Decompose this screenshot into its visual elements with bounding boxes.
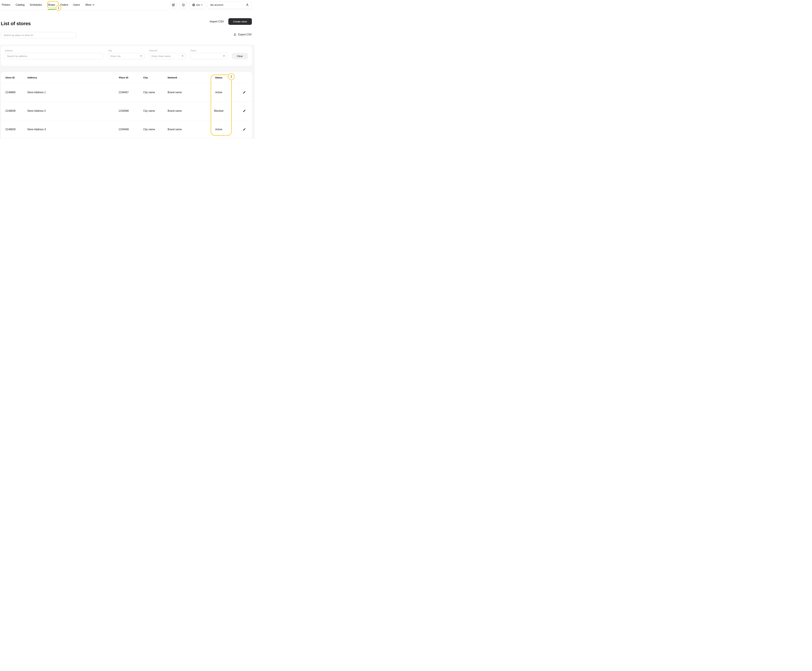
my-account-button[interactable]: My account — [208, 1, 252, 9]
col-header-network: Network — [167, 76, 201, 79]
table-row: 2146860 Store Address 1 1234567 City nam… — [1, 83, 252, 102]
chevron-down-icon — [92, 4, 94, 5]
network-cell: Brand name — [167, 109, 201, 112]
my-account-label: My account — [210, 3, 223, 6]
network-filter-select[interactable]: Enter chain name — [149, 53, 186, 59]
network-cell: Brand name — [167, 128, 201, 131]
address-cell: Store Address 2 — [26, 109, 105, 112]
table-row: 2146839 Store Address 2 1234568 City nam… — [1, 102, 252, 120]
clear-filters-button[interactable]: Clear — [232, 53, 248, 59]
city-filter-label: City — [108, 49, 112, 52]
nav-item-shops[interactable]: Shops — [48, 3, 55, 6]
compose-icon — [172, 3, 175, 7]
store-id-cell: 2146860 — [1, 91, 26, 94]
stores-table: Store ID Address Place ID City Network S… — [1, 72, 252, 139]
stores-admin-page: Pickers Catalog Schedules Shops Orders U… — [0, 0, 255, 139]
network-cell: Brand name — [167, 91, 201, 94]
import-csv-button[interactable]: Import CSV — [209, 20, 224, 23]
export-csv-button[interactable]: Export CSV — [233, 33, 252, 36]
pencil-icon — [243, 109, 246, 112]
status-cell: Active — [201, 128, 237, 131]
network-filter-placeholder: Enter chain name — [152, 55, 171, 58]
place-id-cell: 1234567 — [105, 91, 143, 94]
table-row: 2146829 Store Address 3 1234569 City nam… — [1, 120, 252, 139]
info-icon — [182, 3, 185, 7]
city-cell: City name — [143, 109, 167, 112]
export-csv-label: Export CSV — [238, 33, 252, 36]
address-cell: Store Address 3 — [26, 128, 105, 131]
export-icon — [233, 33, 237, 36]
status-cell: Blocked — [201, 109, 237, 112]
search-input[interactable] — [1, 32, 76, 38]
nav-item-orders[interactable]: Orders — [60, 3, 68, 6]
edit-store-button[interactable] — [242, 108, 247, 113]
status-filter-label: Status — [190, 49, 196, 52]
filters-panel: Address City Network Status Enter city E… — [1, 46, 252, 66]
content-area: Address City Network Status Enter city E… — [0, 45, 255, 139]
dropdown-caret-icon — [140, 56, 142, 57]
network-filter-label: Network — [149, 49, 157, 52]
col-header-status: Status — [201, 76, 237, 79]
city-filter-select[interactable]: Enter city — [108, 53, 145, 59]
header-actions: Import CSV Create store — [209, 18, 252, 25]
table-header-row: Store ID Address Place ID City Network S… — [1, 72, 252, 83]
city-cell: City name — [143, 128, 167, 131]
address-filter-label: Address — [5, 49, 13, 52]
city-cell: City name — [143, 91, 167, 94]
nav-more-label: More — [85, 3, 91, 6]
nav-item-pickers[interactable]: Pickers — [2, 3, 10, 6]
city-filter-placeholder: Enter city — [111, 55, 121, 58]
create-store-button[interactable]: Create store — [228, 18, 252, 25]
page-title: List of stores — [1, 21, 31, 26]
col-header-store-id: Store ID — [1, 76, 26, 79]
address-filter-input[interactable] — [5, 53, 103, 59]
place-id-cell: 1234568 — [105, 109, 143, 112]
pencil-icon — [243, 91, 246, 94]
status-cell: Active — [201, 91, 237, 94]
user-icon — [246, 3, 249, 7]
active-tab-indicator — [48, 9, 56, 10]
nav-item-schedules[interactable]: Schedules — [30, 3, 42, 6]
dropdown-caret-icon — [223, 56, 225, 57]
chevron-down-icon — [201, 4, 203, 5]
col-header-place-id: Place ID — [105, 76, 143, 79]
nav-item-more[interactable]: More — [85, 3, 94, 6]
edit-store-button[interactable] — [242, 90, 247, 95]
language-selector[interactable]: EN — [189, 1, 205, 9]
store-id-cell: 2146829 — [1, 128, 26, 131]
col-header-city: City — [143, 76, 167, 79]
place-id-cell: 1234569 — [105, 128, 143, 131]
dropdown-caret-icon — [182, 56, 183, 57]
nav-item-users[interactable]: Users — [73, 3, 80, 6]
nav-item-catalog[interactable]: Catalog — [15, 3, 24, 6]
col-header-address: Address — [26, 76, 105, 79]
edit-store-button[interactable] — [242, 127, 247, 132]
pencil-icon — [243, 128, 246, 131]
address-cell: Store Address 1 — [26, 91, 105, 94]
store-id-cell: 2146839 — [1, 109, 26, 112]
info-button[interactable] — [180, 1, 187, 9]
status-filter-select[interactable] — [190, 53, 227, 59]
compose-button[interactable] — [170, 1, 177, 9]
globe-icon — [192, 3, 196, 7]
language-code: EN — [196, 3, 200, 6]
